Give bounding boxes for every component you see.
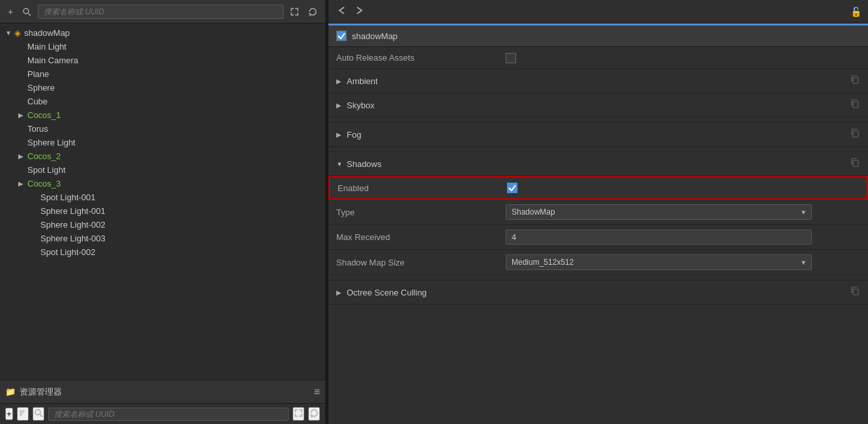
shadows-arrow-icon: ▼ (336, 160, 347, 168)
lock-icon[interactable]: 🔓 (850, 7, 861, 17)
ambient-copy-icon[interactable] (850, 74, 860, 87)
tree-label-cocos1: Cocos_1 (27, 110, 61, 120)
nav-prev-button[interactable] (335, 5, 348, 19)
tree-label-sphere-light: Sphere Light (27, 138, 76, 147)
svg-point-0 (23, 8, 29, 14)
fog-section-header[interactable]: ▶ Fog (328, 123, 868, 147)
tree-item-sphere[interactable]: Sphere (0, 81, 325, 95)
tree-item-sphere-light-003[interactable]: Sphere Light-003 (0, 232, 325, 245)
left-panel: + (0, 0, 326, 424)
ambient-arrow-icon: ▶ (336, 78, 347, 85)
tree-item-spot-light-001[interactable]: Spot Light-001 (0, 190, 325, 204)
asset-search-input[interactable] (48, 408, 289, 421)
scene-checkbox[interactable] (336, 31, 347, 41)
tree-arrow-cocos3: ▶ (18, 180, 27, 187)
folder-icon: 📁 (5, 387, 16, 397)
tree-item-torus[interactable]: Torus (0, 122, 325, 136)
auto-release-checkbox[interactable] (506, 53, 516, 63)
asset-manager-bar: 📁 资源管理器 ≡ (0, 380, 325, 403)
tree-item-cocos3[interactable]: ▶ Cocos_3 (0, 177, 325, 190)
octree-section-header[interactable]: ▶ Octree Scene Culling (328, 280, 868, 305)
tree-item-cocos2[interactable]: ▶ Cocos_2 (0, 149, 325, 163)
shadows-enabled-value (507, 183, 859, 193)
tree-arrow-cocos2: ▶ (18, 153, 27, 160)
fog-arrow-icon: ▶ (336, 131, 347, 138)
nav-next-button[interactable] (353, 5, 366, 19)
shadows-enabled-row: Enabled (328, 176, 868, 200)
tree-label-sphere-light-002: Sphere Light-002 (40, 220, 106, 230)
search-asset-button[interactable] (33, 407, 44, 421)
tree-arrow-cocos1: ▶ (18, 112, 27, 119)
shadows-copy-icon[interactable] (850, 157, 860, 170)
tree-label-sphere: Sphere (27, 83, 55, 93)
shadows-type-value: ShadowMap Planar ▼ (506, 204, 860, 220)
left-toolbar: + (0, 0, 325, 23)
skybox-arrow-icon: ▶ (336, 102, 347, 109)
refresh-button[interactable] (306, 6, 320, 18)
expand-asset-button[interactable] (293, 407, 304, 421)
fog-title: Fog (347, 130, 361, 140)
shadows-title: Shadows (347, 159, 381, 169)
section-spacer-1 (328, 117, 868, 123)
tree-label-spot-light-001: Spot Light-001 (40, 192, 96, 202)
section-spacer-2 (328, 147, 868, 152)
search-node-button[interactable] (20, 6, 34, 18)
shadows-enabled-label: Enabled (338, 183, 507, 193)
auto-release-value (506, 53, 860, 63)
sort-asset-button[interactable] (17, 407, 29, 421)
auto-release-label: Auto Release Assets (336, 53, 506, 63)
tree-arrow-root: ▼ (5, 29, 14, 37)
add-node-button[interactable]: + (5, 5, 16, 18)
shadows-type-select-wrapper: ShadowMap Planar ▼ (506, 204, 812, 220)
scene-name-row: shadowMap (328, 25, 868, 47)
svg-line-6 (40, 415, 42, 417)
node-search-input[interactable] (38, 5, 283, 19)
tree-item-root[interactable]: ▼ ◈ shadowMap (0, 26, 325, 40)
octree-copy-icon[interactable] (850, 286, 860, 299)
svg-rect-11 (853, 289, 858, 295)
shadows-map-size-value: Low_256x256 Medium_512x512 High_1024x102… (506, 254, 860, 270)
tree-item-cocos1[interactable]: ▶ Cocos_1 (0, 108, 325, 122)
octree-arrow-icon: ▶ (336, 289, 347, 296)
menu-icon[interactable]: ≡ (314, 386, 320, 398)
asset-manager-toolbar: + (0, 403, 325, 424)
tree-label-plane: Plane (27, 69, 49, 79)
skybox-copy-icon[interactable] (850, 98, 860, 112)
right-top-bar: 🔓 (328, 0, 868, 23)
tree-label-root: shadowMap (24, 28, 70, 38)
tree-label-sphere-light-003: Sphere Light-003 (40, 234, 106, 243)
tree-item-main-light[interactable]: Main Light (0, 40, 325, 53)
tree-label-torus: Torus (27, 124, 48, 134)
ambient-section-header[interactable]: ▶ Ambient (328, 69, 868, 93)
tree-item-main-camera[interactable]: Main Camera (0, 53, 325, 67)
tree-label-sphere-light-001: Sphere Light-001 (40, 206, 106, 216)
scene-name-label: shadowMap (352, 31, 398, 41)
node-tree: ▼ ◈ shadowMap Main Light Main Camera Pla… (0, 23, 325, 380)
refresh-asset-button[interactable] (308, 407, 320, 421)
shadows-type-row: Type ShadowMap Planar ▼ (328, 200, 868, 225)
tree-item-sphere-light-001[interactable]: Sphere Light-001 (0, 204, 325, 218)
skybox-section-header[interactable]: ▶ Skybox (328, 93, 868, 117)
tree-label-main-camera: Main Camera (27, 55, 78, 65)
svg-rect-10 (853, 160, 858, 166)
svg-line-1 (29, 13, 31, 16)
shadows-map-size-select-wrapper: Low_256x256 Medium_512x512 High_1024x102… (506, 254, 812, 270)
right-panel: 🔓 shadowMap Auto Release Assets (328, 0, 868, 424)
shadows-section-header[interactable]: ▼ Shadows (328, 152, 868, 176)
shadows-enabled-checkbox[interactable] (507, 183, 517, 193)
tree-item-spot-light-002[interactable]: Spot Light-002 (0, 245, 325, 259)
fog-copy-icon[interactable] (850, 128, 860, 141)
skybox-title: Skybox (347, 100, 375, 110)
tree-item-cube[interactable]: Cube (0, 95, 325, 108)
tree-item-sphere-light[interactable]: Sphere Light (0, 136, 325, 149)
tree-item-plane[interactable]: Plane (0, 67, 325, 81)
shadows-type-select[interactable]: ShadowMap Planar (506, 204, 812, 220)
expand-panel-button[interactable] (287, 6, 302, 18)
add-asset-button[interactable]: + (5, 408, 13, 420)
asset-manager-label: 资源管理器 (20, 386, 310, 398)
shadows-map-size-select[interactable]: Low_256x256 Medium_512x512 High_1024x102… (506, 254, 812, 270)
tree-item-spot-light[interactable]: Spot Light (0, 163, 325, 177)
fire-icon: ◈ (14, 28, 21, 38)
tree-item-sphere-light-002[interactable]: Sphere Light-002 (0, 218, 325, 232)
shadows-max-received-label: Max Received (336, 232, 506, 242)
